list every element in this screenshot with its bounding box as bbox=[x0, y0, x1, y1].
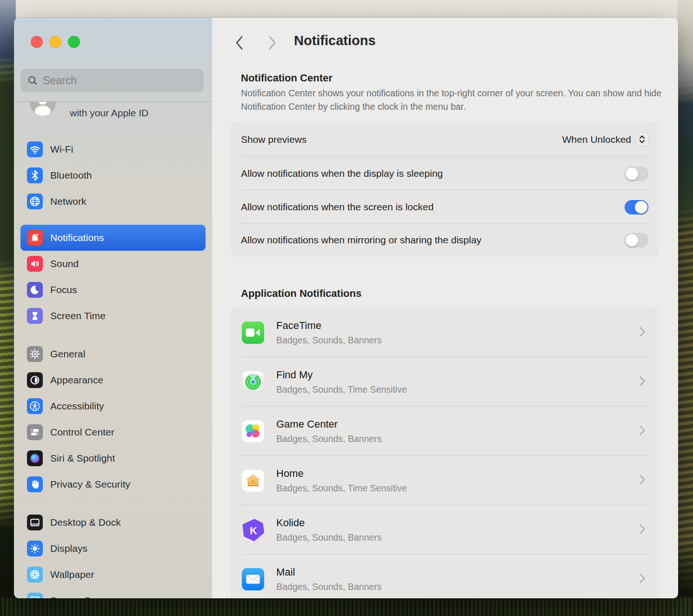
app-row-facetime[interactable]: FaceTimeBadges, Sounds, Banners bbox=[232, 308, 659, 357]
chevron-right-icon bbox=[639, 425, 647, 438]
close-button[interactable] bbox=[31, 36, 43, 48]
sidebar-item-focus[interactable]: Focus bbox=[20, 277, 206, 303]
gear-icon bbox=[27, 346, 43, 362]
sidebar-item-appearance[interactable]: Appearance bbox=[20, 367, 206, 393]
page-title: Notifications bbox=[294, 33, 376, 48]
toggle-knob bbox=[626, 234, 638, 247]
app-notification-settings: Badges, Sounds, Banners bbox=[276, 532, 639, 543]
sidebar-item-bluetooth[interactable]: Bluetooth bbox=[20, 162, 206, 188]
app-notification-settings: Badges, Sounds, Banners bbox=[276, 582, 639, 592]
chevron-right-icon bbox=[639, 326, 647, 339]
siri-icon bbox=[27, 450, 43, 466]
sidebar-item-network[interactable]: Network bbox=[20, 188, 206, 214]
sidebar-item-general[interactable]: General bbox=[20, 341, 206, 367]
sidebar-item-privacy-security[interactable]: Privacy & Security bbox=[20, 471, 206, 497]
settings-content: Notifications Notification Center Notifi… bbox=[212, 18, 678, 598]
sidebar-item-siri-spotlight[interactable]: Siri & Spotlight bbox=[20, 445, 206, 471]
sidebar-item-notifications[interactable]: Notifications bbox=[20, 225, 206, 251]
search-icon bbox=[27, 75, 38, 86]
desktop-dock-icon bbox=[27, 515, 43, 530]
apple-id-row[interactable]: with your Apple ID bbox=[14, 102, 212, 132]
sidebar-item-wallpaper[interactable]: Wallpaper bbox=[20, 562, 206, 588]
app-row-find-my[interactable]: Find MyBadges, Sounds, Time Sensitive bbox=[232, 357, 659, 407]
gamecenter-icon bbox=[242, 420, 264, 442]
mail-icon bbox=[242, 568, 264, 590]
appearance-icon bbox=[27, 372, 43, 388]
app-text: KolideBadges, Sounds, Banners bbox=[276, 517, 639, 543]
flower-icon bbox=[27, 567, 43, 583]
wifi-icon bbox=[27, 141, 43, 157]
wallpaper-left-strip bbox=[0, 0, 16, 616]
app-notification-settings: Badges, Sounds, Time Sensitive bbox=[276, 483, 639, 494]
sidebar-group-2: NotificationsSoundFocusScreen Time bbox=[14, 225, 212, 329]
forward-button[interactable] bbox=[264, 33, 281, 52]
setting-row-allow-notifications-when-mirroring-or-sharing-the-display: Allow notifications when mirroring or sh… bbox=[232, 224, 659, 256]
sidebar-item-displays[interactable]: Displays bbox=[20, 536, 206, 562]
kolide-icon: K bbox=[242, 519, 264, 541]
toggle-knob bbox=[626, 167, 638, 180]
app-text: FaceTimeBadges, Sounds, Banners bbox=[276, 320, 639, 346]
setting-row-allow-notifications-when-the-display-is-sleeping: Allow notifications when the display is … bbox=[232, 157, 659, 190]
setting-row-allow-notifications-when-the-screen-is-locked: Allow notifications when the screen is l… bbox=[232, 190, 659, 224]
app-row-mail[interactable]: MailBadges, Sounds, Banners bbox=[232, 555, 659, 598]
sidebar-item-screen-saver[interactable]: Screen Saver bbox=[20, 588, 206, 598]
sidebar-item-label: Desktop & Dock bbox=[50, 517, 121, 528]
wallpaper-bottom-strip bbox=[0, 597, 693, 616]
sidebar-item-label: Notifications bbox=[50, 232, 104, 243]
notification-center-card: Show previewsWhen UnlockedAllow notifica… bbox=[232, 122, 659, 256]
sidebar-item-label: General bbox=[50, 348, 85, 360]
sidebar-item-label: Network bbox=[50, 196, 87, 207]
hand-icon bbox=[27, 476, 43, 492]
sidebar-scroll[interactable]: with your Apple ID Wi-FiBluetoothNetwork… bbox=[14, 102, 212, 598]
minimize-button[interactable] bbox=[49, 36, 61, 48]
system-settings-window: Search with your Apple ID Wi-FiBluetooth… bbox=[14, 18, 678, 598]
app-text: HomeBadges, Sounds, Time Sensitive bbox=[276, 468, 639, 494]
sidebar-item-sound[interactable]: Sound bbox=[20, 251, 206, 277]
accessibility-icon bbox=[27, 398, 43, 414]
app-text: Find MyBadges, Sounds, Time Sensitive bbox=[276, 369, 639, 395]
sidebar-item-accessibility[interactable]: Accessibility bbox=[20, 393, 206, 419]
chevron-right-icon bbox=[639, 375, 647, 388]
application-notifications-heading: Application Notifications bbox=[241, 288, 361, 300]
toggle-allow-notifications-when-mirroring-or-sharing-the-display[interactable] bbox=[625, 233, 648, 248]
app-row-home[interactable]: HomeBadges, Sounds, Time Sensitive bbox=[232, 456, 659, 505]
app-row-game-center[interactable]: Game CenterBadges, Sounds, Banners bbox=[232, 407, 659, 456]
application-notifications-card: FaceTimeBadges, Sounds, BannersFind MyBa… bbox=[232, 308, 659, 598]
setting-label: Show previews bbox=[241, 134, 562, 145]
app-name: Mail bbox=[276, 566, 639, 578]
speaker-icon bbox=[27, 256, 43, 272]
toggle-allow-notifications-when-the-display-is-sleeping[interactable] bbox=[625, 167, 648, 181]
control-center-icon bbox=[27, 424, 43, 440]
sidebar-nav: Wi-FiBluetoothNetworkNotificationsSoundF… bbox=[14, 136, 212, 598]
sidebar-item-label: Accessibility bbox=[50, 401, 104, 412]
show-previews-stepper[interactable] bbox=[636, 133, 648, 146]
sidebar-item-screen-time[interactable]: Screen Time bbox=[20, 303, 206, 329]
sidebar-item-label: Displays bbox=[50, 543, 87, 554]
sun-icon bbox=[27, 541, 43, 556]
app-notification-settings: Badges, Sounds, Time Sensitive bbox=[276, 384, 639, 395]
chevron-right-icon bbox=[639, 573, 647, 586]
back-button[interactable] bbox=[231, 33, 247, 52]
apple-id-label: with your Apple ID bbox=[70, 107, 148, 119]
network-icon bbox=[27, 194, 43, 209]
setting-label: Allow notifications when mirroring or sh… bbox=[241, 234, 625, 246]
sidebar-item-label: Sound bbox=[50, 258, 79, 269]
zoom-button[interactable] bbox=[68, 36, 80, 48]
sidebar-item-desktop-dock[interactable]: Desktop & Dock bbox=[20, 509, 206, 536]
app-name: Find My bbox=[276, 369, 639, 381]
moon-icon bbox=[27, 282, 43, 298]
sidebar-item-control-center[interactable]: Control Center bbox=[20, 419, 206, 445]
sidebar-item-label: Bluetooth bbox=[50, 170, 92, 181]
app-name: Home bbox=[276, 468, 639, 480]
sidebar-item-label: Control Center bbox=[50, 427, 114, 438]
toggle-allow-notifications-when-the-screen-is-locked[interactable] bbox=[625, 200, 648, 214]
screensaver-icon bbox=[27, 593, 43, 598]
show-previews-value: When Unlocked bbox=[562, 134, 631, 145]
app-row-kolide[interactable]: KKolideBadges, Sounds, Banners bbox=[232, 505, 659, 555]
toggle-knob bbox=[635, 201, 647, 214]
home-icon bbox=[242, 469, 264, 492]
bluetooth-icon bbox=[27, 167, 43, 183]
sidebar-item-wi-fi[interactable]: Wi-Fi bbox=[20, 136, 206, 162]
search-input[interactable]: Search bbox=[20, 69, 204, 92]
app-text: MailBadges, Sounds, Banners bbox=[276, 566, 639, 592]
